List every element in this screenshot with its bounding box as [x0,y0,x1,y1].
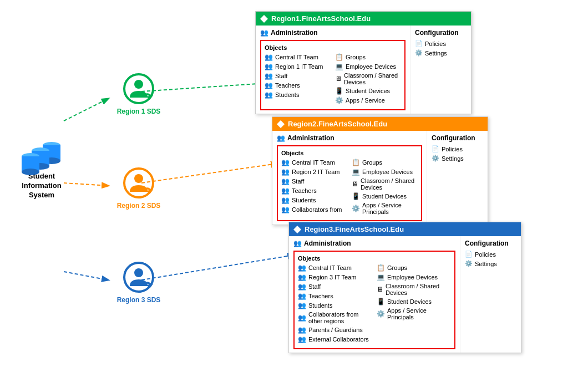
obj3-icon: 👥 [265,72,273,80]
svg-rect-24 [260,15,268,23]
region3-config: Configuration 📄 Policies ⚙️ Settings [460,236,521,353]
region3-policies-label: Policies [475,251,496,258]
region3-classdev-label: Classroom / Shared Devices [386,283,451,296]
region3-settings-label: Settings [475,261,497,267]
obj14-icon: 👥 [281,187,290,195]
region2-body: 👥 Administration Objects 👥Central IT Tea… [272,131,488,225]
region1-domain: Region1.FineArtsSchool.Edu [271,14,371,23]
region3-empdev-label: Employee Devices [387,274,438,281]
db-cylinders-svg [19,139,69,177]
settings3-icon: ⚙️ [465,260,473,267]
obj31-icon: 💻 [377,273,385,281]
svg-line-0 [64,99,108,121]
obj7-icon: 💻 [335,63,343,70]
region1-sds-label: Region 1 SDS [103,108,175,115]
region3-central-label: Central IT Team [308,264,352,271]
region2-obj-groups: 📋Groups [352,159,418,166]
region2-sds-icon [122,166,155,200]
region1-obj-r1it-label: Region 1 IT Team [275,63,323,70]
region2-obj-studev: 📱Student Devices [352,192,418,200]
region1-groups-label: Groups [346,54,366,60]
region1-config-title: Configuration [415,29,467,37]
region1-admin: 👥 Administration Objects 👥Central IT Tea… [256,26,410,114]
region1-classdev-label: Classroom / Shared Devices [344,72,401,85]
region2-policies-label: Policies [442,146,463,152]
region3-admin-title: 👥 Administration [293,239,455,247]
obj11-icon: 👥 [281,159,290,166]
obj1-icon: 👥 [265,53,273,61]
region2-classdev-label: Classroom / Shared Devices [361,177,418,191]
region3-groups-label: Groups [387,264,407,271]
obj6-icon: 📋 [335,53,343,61]
region2-obj-apps: ⚙️Apps / Service Principals [352,202,418,215]
region1-panel: Region1.FineArtsSchool.Edu 👥 Administrat… [255,11,472,114]
obj20-icon: 📱 [352,192,360,200]
obj26-icon: 👥 [298,302,306,309]
region2-obj-empdev: 💻Employee Devices [352,168,418,176]
region3-objects-right: 📋Groups 💻Employee Devices 🖥Classroom / S… [377,255,451,345]
region2-students-label: Students [292,197,316,203]
region3-staff-label: Staff [308,283,321,290]
obj34-icon: ⚙️ [377,310,385,318]
diagram-container: Student Information System Region 1 SDS [0,0,588,372]
region1-sds-icon [122,72,155,105]
svg-point-14 [22,169,39,175]
region1-obj-studev: 📱Student Devices [335,87,401,95]
region2-sds-label: Region 2 SDS [103,202,175,210]
obj16-icon: 👥 [281,206,290,213]
region3-r3it-label: Region 3 IT Team [308,274,356,281]
policies2-icon: 📄 [432,145,439,152]
region1-obj-central-label: Central IT Team [275,54,318,60]
region1-sds-block: Region 1 SDS [103,72,175,115]
region3-studev-label: Student Devices [387,298,432,305]
admin2-person-icon: 👥 [277,134,285,142]
region3-obj-empdev: 💻Employee Devices [377,273,451,281]
region3-sds-icon [122,261,155,294]
region3-objects-left: Objects 👥Central IT Team 👥Region 3 IT Te… [298,255,372,345]
region3-sds-block: Region 3 SDS [103,261,175,304]
region3-objects-title: Objects [298,255,372,262]
region2-diamond-icon [277,120,285,128]
obj22-icon: 👥 [298,264,306,272]
region1-obj-teachers: 👥Teachers [265,81,331,89]
region3-obj-classdev: 🖥Classroom / Shared Devices [377,283,451,296]
database-icon [19,139,64,172]
region1-settings: ⚙️ Settings [415,49,467,57]
obj18-icon: 💻 [352,168,360,176]
obj4-icon: 👥 [265,81,273,89]
obj33-icon: 📱 [377,298,385,305]
obj15-icon: 👥 [281,196,290,204]
region1-body: 👥 Administration Objects 👥Central IT Tea… [256,26,471,114]
obj24-icon: 👥 [298,283,306,291]
region2-obj-collabs: 👥Collaborators from [281,206,347,213]
region2-obj-teachers: 👥Teachers [281,187,347,195]
svg-rect-25 [277,120,285,128]
obj12-icon: 👥 [281,168,290,176]
region2-objects-right: 📋Groups 💻Employee Devices 🖥Classroom / S… [352,150,418,217]
region3-objects-box: Objects 👥Central IT Team 👥Region 3 IT Te… [293,251,455,349]
sds1-svg [122,72,155,105]
region2-sds-block: Region 2 SDS [103,166,175,210]
region2-obj-classdev: 🖥Classroom / Shared Devices [352,177,418,191]
region3-obj-parents: 👥Parents / Guardians [298,326,372,334]
region1-policies: 📄 Policies [415,40,467,47]
sis-block: Student Information System [6,139,78,203]
obj27-icon: 👥 [298,314,306,322]
region1-obj-region1it: 👥Region 1 IT Team [265,63,331,70]
region3-teachers-label: Teachers [308,293,333,299]
region1-objects-right: 📋Groups 💻Employee Devices 🖥Classroom / S… [335,44,401,106]
svg-point-19 [134,174,143,183]
admin3-person-icon: 👥 [293,239,302,247]
region2-panel: Region2.FineArtsSchool.Edu 👥 Administrat… [272,116,488,225]
region1-obj-students-label: Students [275,91,299,98]
region2-obj-staff: 👥Staff [281,177,347,185]
region1-objects-box: Objects 👥Central IT Team 👥Region 1 IT Te… [260,40,405,110]
region2-obj-r2it: 👥Region 2 IT Team [281,168,347,176]
region3-obj-studev: 📱Student Devices [377,298,451,305]
region2-groups-label: Groups [362,159,382,166]
region1-header: Region1.FineArtsSchool.Edu [256,12,471,26]
region1-apps-label: Apps / Service [346,97,385,104]
obj23-icon: 👥 [298,273,306,281]
obj29-icon: 👥 [298,335,306,343]
region3-apps-label: Apps / Service Principals [387,307,451,320]
